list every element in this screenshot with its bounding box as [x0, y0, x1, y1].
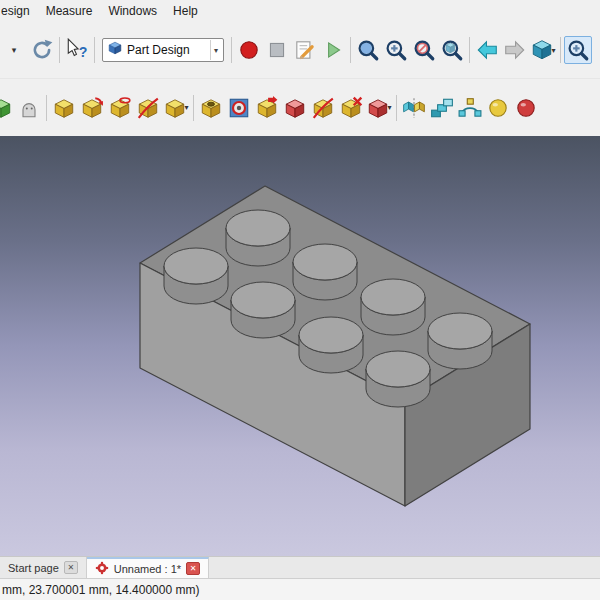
- toolbar-separator: [94, 37, 95, 63]
- macro-edit-button[interactable]: [291, 36, 319, 64]
- brick-stud-top[interactable]: [299, 317, 363, 353]
- toolbar-separator: [46, 95, 47, 121]
- zoom-fit-all-button[interactable]: [354, 36, 382, 64]
- polar-pattern-button[interactable]: [456, 94, 484, 122]
- linear-pattern-button[interactable]: [428, 94, 456, 122]
- tab-unnamed-document[interactable]: Unnamed : 1* ✕: [87, 557, 209, 578]
- brick-stud-top[interactable]: [366, 351, 430, 387]
- macro-record-button[interactable]: [235, 36, 263, 64]
- toolbar-separator: [193, 95, 194, 121]
- status-bar: mm, 23.700001 mm, 14.400000 mm): [0, 578, 600, 600]
- freecad-document-icon: [95, 561, 109, 577]
- status-coordinates: mm, 23.700001 mm, 14.400000 mm): [2, 583, 199, 597]
- menu-item-help[interactable]: Help: [165, 1, 206, 21]
- menu-item-measure[interactable]: Measure: [38, 1, 101, 21]
- additive-pipe-button[interactable]: [134, 94, 162, 122]
- toolbar-separator: [396, 95, 397, 121]
- brick-stud-top[interactable]: [231, 282, 295, 318]
- create-body-button[interactable]: [15, 94, 43, 122]
- fillet-button[interactable]: [512, 94, 540, 122]
- menu-item-esign[interactable]: esign: [0, 1, 38, 21]
- tab-unnamed-label: Unnamed : 1*: [114, 563, 181, 575]
- additive-primitive-button[interactable]: ▾: [162, 94, 190, 122]
- overflow-caret[interactable]: ▾: [0, 36, 28, 64]
- brick-stud-top[interactable]: [226, 210, 290, 246]
- toolbar-separator: [231, 37, 232, 63]
- hole-button[interactable]: [225, 94, 253, 122]
- zoom-tool-button[interactable]: [564, 36, 592, 64]
- zoom-selection-button[interactable]: [438, 36, 466, 64]
- document-tabbar: Start page ✕ Unnamed : 1* ✕: [0, 556, 600, 578]
- subtractive-loft-button[interactable]: [281, 94, 309, 122]
- toolbar-separator: [469, 37, 470, 63]
- toolbar-part-design: ▾ ▾: [0, 78, 600, 136]
- view-forward-button[interactable]: [501, 36, 529, 64]
- whats-this-button[interactable]: ?: [63, 36, 91, 64]
- brick-stud-top[interactable]: [164, 248, 228, 284]
- menu-item-windows[interactable]: Windows: [100, 1, 165, 21]
- subtractive-primitive-button[interactable]: ▾: [365, 94, 393, 122]
- tab-unnamed-close-icon[interactable]: ✕: [186, 562, 200, 575]
- toolbar-separator: [350, 37, 351, 63]
- axonometric-view-button[interactable]: ▾: [529, 36, 557, 64]
- macro-stop-button[interactable]: [263, 36, 291, 64]
- revolution-button[interactable]: [78, 94, 106, 122]
- groove-button[interactable]: [253, 94, 281, 122]
- brick-stud-top[interactable]: [361, 279, 425, 315]
- part-design-workbench-icon: [107, 40, 123, 60]
- workbench-dropdown-arrow: ▾: [210, 40, 221, 60]
- 3d-viewport[interactable]: [0, 136, 600, 556]
- lego-brick-model[interactable]: [0, 136, 600, 556]
- tab-start-page-close-icon[interactable]: ✕: [64, 561, 78, 574]
- mirrored-button[interactable]: [400, 94, 428, 122]
- svg-text:?: ?: [79, 44, 88, 60]
- multitransform-button[interactable]: [484, 94, 512, 122]
- update-solid-button[interactable]: [0, 94, 15, 122]
- workbench-selector[interactable]: Part Design▾: [102, 38, 224, 62]
- brick-stud-top[interactable]: [428, 313, 492, 349]
- toolbar-separator: [560, 37, 561, 63]
- pocket-button[interactable]: [197, 94, 225, 122]
- brick-stud-top[interactable]: [293, 244, 357, 280]
- subtractive-pipe-button[interactable]: [309, 94, 337, 122]
- tab-start-page-label: Start page: [8, 562, 59, 574]
- macro-play-button[interactable]: [319, 36, 347, 64]
- pad-button[interactable]: [50, 94, 78, 122]
- additive-loft-button[interactable]: [106, 94, 134, 122]
- refresh-button[interactable]: [28, 36, 56, 64]
- view-back-button[interactable]: [473, 36, 501, 64]
- menubar: esignMeasureWindowsHelp: [0, 0, 600, 22]
- toolbar-separator: [59, 37, 60, 63]
- tab-start-page[interactable]: Start page ✕: [0, 557, 87, 578]
- zoom-in-button[interactable]: [382, 36, 410, 64]
- toolbar-standard: ▾?Part Design▾▾: [0, 22, 600, 78]
- subtractive-helix-button[interactable]: [337, 94, 365, 122]
- workbench-selector-value: Part Design: [127, 43, 206, 57]
- draw-style-button[interactable]: [410, 36, 438, 64]
